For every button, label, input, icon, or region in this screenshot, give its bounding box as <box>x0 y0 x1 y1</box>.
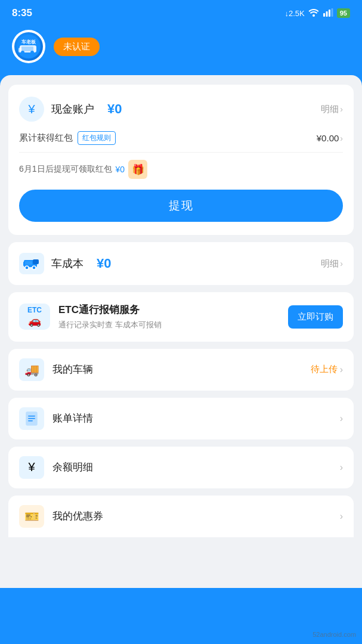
vehicle-title: 我的车辆 <box>52 363 93 376</box>
signal-icon <box>323 8 333 18</box>
chevron-right-icon6: › <box>340 462 343 473</box>
red-env-label: 累计获得红包 <box>19 132 73 144</box>
status-icons: ↓2.5K 95 <box>285 8 351 18</box>
car-cost-detail-link[interactable]: 明细 › <box>321 258 343 270</box>
watermark: 52android.com <box>313 631 356 638</box>
cash-detail-link[interactable]: 明细 › <box>321 104 343 115</box>
chevron-right-icon7: › <box>340 511 343 522</box>
svg-rect-19 <box>28 416 35 417</box>
car-cost-title: 车成本 <box>51 256 83 271</box>
svg-rect-16 <box>33 259 39 264</box>
withdraw-button[interactable]: 提现 <box>19 190 343 222</box>
etc-icon: ETC 🚗 <box>19 304 50 330</box>
red-env-amount[interactable]: ¥0.00 › <box>317 133 343 143</box>
svg-rect-3 <box>329 10 330 17</box>
chevron-right-icon2: › <box>340 134 343 143</box>
svg-rect-11 <box>21 47 33 51</box>
status-bar: 8:35 ↓2.5K 95 <box>0 0 362 24</box>
etc-card: ETC 🚗 ETC通行报销服务 通行记录实时查 车成本可报销 立即订购 <box>8 292 354 342</box>
network-speed: ↓2.5K <box>285 9 305 18</box>
notice-row: 6月1日后提现可领取红包 ¥0 🎁 <box>19 160 343 179</box>
chevron-right-icon4: › <box>340 364 343 375</box>
notice-amount: ¥0 <box>116 165 125 174</box>
main-content: ¥ 现金账户 ¥0 明细 › 累计获得红包 红包规则 ¥0.00 › 6月1日后… <box>0 75 362 588</box>
svg-point-15 <box>32 266 36 270</box>
rules-badge[interactable]: 红包规则 <box>78 131 116 145</box>
wifi-icon <box>308 8 319 18</box>
bills-menu-item[interactable]: 账单详情 › <box>8 398 354 439</box>
battery-indicator: 95 <box>337 8 350 18</box>
svg-rect-17 <box>25 261 32 265</box>
vehicle-status: 待上传 <box>311 364 338 375</box>
balance-icon: ¥ <box>19 456 44 479</box>
bills-icon <box>19 407 44 430</box>
balance-title: 余额明细 <box>52 460 93 474</box>
balance-menu-item[interactable]: ¥ 余额明细 › <box>8 447 354 488</box>
cash-icon: ¥ <box>19 97 44 122</box>
vehicle-icon: 🚚 <box>19 358 44 381</box>
app-header: 车老板 未认证 <box>0 24 362 75</box>
car-cost-icon <box>19 253 44 274</box>
car-cost-card: 车成本 ¥0 明细 › <box>8 242 354 285</box>
chevron-right-icon3: › <box>340 259 343 268</box>
status-time: 8:35 <box>12 7 32 19</box>
svg-point-14 <box>25 266 29 270</box>
etc-text-area: ETC通行报销服务 通行记录实时查 车成本可报销 <box>58 303 280 331</box>
coupon-menu-item[interactable]: 🎫 我的优惠券 › <box>8 496 354 537</box>
svg-rect-1 <box>323 13 325 17</box>
cash-account-card: ¥ 现金账户 ¥0 明细 › 累计获得红包 红包规则 ¥0.00 › 6月1日后… <box>8 85 354 235</box>
red-envelope-row: 累计获得红包 红包规则 ¥0.00 › <box>19 131 343 153</box>
coupon-icon: 🎫 <box>19 505 44 528</box>
chevron-right-icon5: › <box>340 413 343 424</box>
svg-text:车老板: 车老板 <box>21 39 36 45</box>
svg-point-0 <box>313 14 315 17</box>
car-cost-amount: ¥0 <box>97 256 111 271</box>
chevron-right-icon: › <box>340 104 343 114</box>
svg-rect-4 <box>331 8 333 17</box>
vehicle-menu-item[interactable]: 🚚 我的车辆 待上传 › <box>8 349 354 391</box>
notice-text: 6月1日后提现可领取红包 <box>19 164 112 175</box>
svg-rect-2 <box>326 11 327 17</box>
app-logo: 车老板 <box>12 30 45 63</box>
cash-amount: ¥0 <box>107 101 122 117</box>
gift-icon: 🎁 <box>128 160 147 179</box>
subscribe-button[interactable]: 立即订购 <box>288 305 343 329</box>
unverified-badge[interactable]: 未认证 <box>54 38 100 56</box>
svg-rect-21 <box>28 420 33 422</box>
etc-title: ETC通行报销服务 <box>58 303 280 317</box>
etc-desc: 通行记录实时查 车成本可报销 <box>58 319 280 331</box>
svg-rect-20 <box>28 418 35 419</box>
coupon-title: 我的优惠券 <box>52 509 103 523</box>
cash-account-row: ¥ 现金账户 ¥0 明细 › <box>19 97 343 122</box>
bills-title: 账单详情 <box>52 411 93 425</box>
cash-account-title: 现金账户 <box>51 102 94 116</box>
